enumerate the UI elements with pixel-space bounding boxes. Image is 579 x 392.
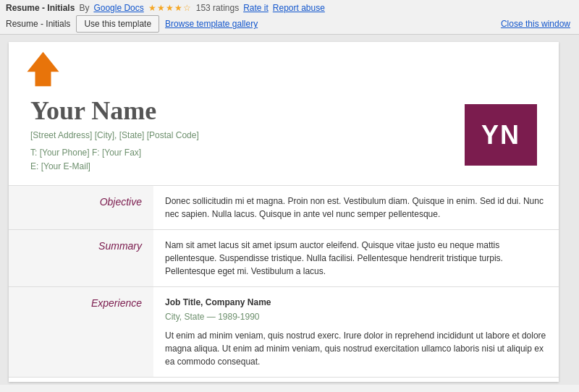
summary-section: Summary Nam sit amet lacus sit amet ipsu…	[9, 230, 559, 287]
resume-name-block: Your Name [Street Address] [City], [Stat…	[30, 97, 199, 174]
resume-name: Your Name	[30, 97, 199, 126]
svg-marker-0	[28, 52, 59, 87]
resume-email: E: [Your E-Mail]	[30, 161, 90, 171]
objective-label-cell: Objective	[9, 186, 153, 229]
up-arrow-icon	[23, 49, 63, 89]
summary-content: Nam sit amet lacus sit amet ipsum auctor…	[153, 230, 559, 286]
rate-link[interactable]: Rate it	[243, 3, 269, 13]
use-template-button[interactable]: Use this template	[76, 15, 159, 33]
doc-preview: Your Name [Street Address] [City], [Stat…	[9, 42, 559, 382]
experience-label: Experience	[91, 297, 142, 309]
objective-label: Objective	[100, 196, 142, 208]
summary-label: Summary	[98, 240, 142, 252]
top-bar-row2: Resume - Initials Use this template Brow…	[6, 15, 573, 33]
star-rating: ★★★★☆	[148, 3, 192, 13]
job-description: Ut enim ad minim veniam, quis nostrud ex…	[165, 329, 547, 368]
job-sub: City, State — 1989-1990	[165, 310, 547, 323]
close-window-link[interactable]: Close this window	[501, 19, 570, 29]
resume-contact: T: [Your Phone] F: [Your Fax] E: [Your E…	[30, 146, 199, 174]
experience-label-cell: Experience	[9, 287, 153, 377]
doc-title: Resume - Initials	[6, 3, 75, 13]
top-bar-left: Resume - Initials Use this template Brow…	[6, 15, 258, 33]
objective-content: Donec sollicitudin mi et magna. Proin no…	[153, 186, 559, 229]
initials-box: YN	[465, 104, 537, 166]
resume-address: [Street Address] [City], [State] [Postal…	[30, 130, 199, 140]
top-bar: Resume - Initials By Google Docs ★★★★☆ 1…	[0, 0, 579, 35]
top-bar-row1: Resume - Initials By Google Docs ★★★★☆ 1…	[6, 3, 573, 13]
experience-section: Experience Job Title, Company Name City,…	[9, 287, 559, 378]
resume-phone: T: [Your Phone] F: [Your Fax]	[30, 148, 141, 158]
experience-content: Job Title, Company Name City, State — 19…	[153, 287, 559, 377]
ratings-count: 153 ratings	[196, 3, 239, 13]
summary-label-cell: Summary	[9, 230, 153, 286]
by-text: By	[79, 3, 89, 13]
job-title: Job Title, Company Name	[165, 296, 547, 309]
arrow-section	[9, 42, 559, 91]
preview-container: Your Name [Street Address] [City], [Stat…	[0, 35, 579, 385]
objective-section: Objective Donec sollicitudin mi et magna…	[9, 186, 559, 230]
browse-gallery-link[interactable]: Browse template gallery	[165, 19, 258, 29]
breadcrumb: Resume - Initials	[6, 19, 70, 29]
google-docs-link[interactable]: Google Docs	[93, 3, 143, 13]
resume-body: Objective Donec sollicitudin mi et magna…	[9, 185, 559, 378]
report-abuse-link[interactable]: Report abuse	[273, 3, 325, 13]
resume-header: Your Name [Street Address] [City], [Stat…	[9, 91, 559, 185]
